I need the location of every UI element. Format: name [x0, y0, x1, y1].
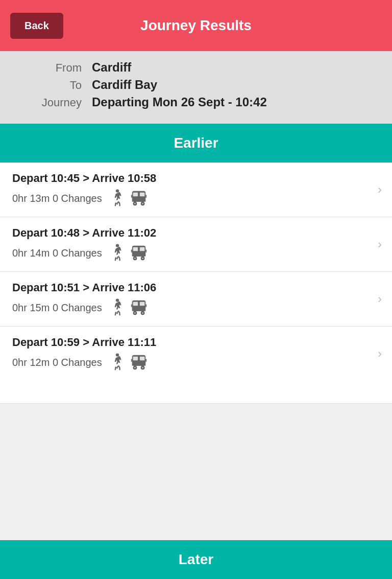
result-item[interactable]: Depart 10:45 > Arrive 10:58 0hr 13m 0 Ch… — [0, 163, 392, 217]
result-item[interactable]: Depart 10:59 > Arrive 11:11 0hr 12m 0 Ch… — [0, 327, 392, 381]
svg-rect-4 — [132, 200, 145, 202]
svg-rect-10 — [145, 195, 146, 198]
result-content: Depart 10:45 > Arrive 10:58 0hr 13m 0 Ch… — [12, 172, 373, 207]
svg-point-19 — [141, 258, 143, 260]
svg-rect-42 — [131, 359, 132, 362]
transport-icons — [110, 189, 147, 207]
earlier-button[interactable]: Earlier — [0, 124, 392, 163]
from-label: From — [15, 61, 82, 75]
walk-icon — [110, 353, 125, 372]
svg-rect-20 — [131, 249, 132, 252]
bus-icon — [131, 298, 147, 317]
svg-rect-15 — [132, 254, 145, 257]
result-title: Depart 10:59 > Arrive 11:11 — [12, 336, 373, 349]
svg-point-28 — [134, 312, 136, 314]
from-row: From Cardiff — [15, 60, 377, 75]
svg-rect-2 — [133, 193, 137, 197]
chevron-right-icon: › — [378, 292, 382, 306]
svg-rect-21 — [145, 249, 146, 252]
transport-icons — [110, 298, 147, 317]
bus-icon — [131, 189, 147, 207]
partial-result-item — [0, 381, 392, 404]
svg-point-39 — [134, 367, 136, 369]
bus-icon — [131, 244, 147, 262]
to-label: To — [15, 79, 82, 92]
walk-icon — [110, 189, 125, 207]
svg-point-11 — [116, 244, 119, 247]
result-duration: 0hr 13m 0 Changes — [12, 193, 102, 204]
result-duration: 0hr 12m 0 Changes — [12, 357, 102, 368]
journey-value: Departing Mon 26 Sept - 10:42 — [92, 95, 267, 109]
svg-point-0 — [116, 189, 119, 192]
header: Back Journey Results — [0, 0, 392, 51]
svg-rect-13 — [133, 247, 137, 251]
journey-label: Journey — [15, 96, 82, 109]
header-title: Journey Results — [140, 17, 252, 34]
to-row: To Cardiff Bay — [15, 78, 377, 92]
walk-icon — [110, 298, 125, 317]
result-item[interactable]: Depart 10:48 > Arrive 11:02 0hr 14m 0 Ch… — [0, 217, 392, 272]
later-button[interactable]: Later — [0, 540, 392, 579]
chevron-right-icon: › — [378, 346, 382, 361]
result-content: Depart 10:59 > Arrive 11:11 0hr 12m 0 Ch… — [12, 336, 373, 372]
result-details: 0hr 12m 0 Changes — [12, 353, 373, 372]
svg-point-17 — [134, 258, 136, 260]
back-button[interactable]: Back — [10, 13, 63, 39]
from-value: Cardiff — [92, 60, 131, 75]
result-content: Depart 10:51 > Arrive 11:06 0hr 15m 0 Ch… — [12, 281, 373, 317]
svg-point-6 — [134, 203, 136, 205]
results-list: Depart 10:45 > Arrive 10:58 0hr 13m 0 Ch… — [0, 163, 392, 381]
result-duration: 0hr 14m 0 Changes — [12, 247, 102, 259]
result-title: Depart 10:45 > Arrive 10:58 — [12, 172, 373, 185]
svg-rect-9 — [131, 195, 132, 198]
svg-point-30 — [141, 312, 143, 314]
result-title: Depart 10:51 > Arrive 11:06 — [12, 281, 373, 294]
transport-icons — [110, 244, 147, 262]
svg-point-8 — [141, 203, 143, 205]
result-item[interactable]: Depart 10:51 > Arrive 11:06 0hr 15m 0 Ch… — [0, 272, 392, 327]
result-details: 0hr 13m 0 Changes — [12, 189, 373, 207]
svg-rect-32 — [145, 304, 146, 307]
walk-icon — [110, 244, 125, 262]
transport-icons — [110, 353, 147, 372]
journey-row: Journey Departing Mon 26 Sept - 10:42 — [15, 95, 377, 109]
chevron-right-icon: › — [378, 237, 382, 251]
result-content: Depart 10:48 > Arrive 11:02 0hr 14m 0 Ch… — [12, 226, 373, 262]
svg-rect-35 — [133, 357, 137, 361]
result-duration: 0hr 15m 0 Changes — [12, 302, 102, 314]
chevron-right-icon: › — [378, 182, 382, 197]
svg-rect-26 — [132, 309, 145, 311]
svg-rect-37 — [132, 364, 145, 366]
svg-point-33 — [116, 353, 119, 356]
svg-rect-14 — [140, 247, 144, 251]
result-details: 0hr 15m 0 Changes — [12, 298, 373, 317]
svg-rect-3 — [140, 193, 144, 197]
journey-info: From Cardiff To Cardiff Bay Journey Depa… — [0, 51, 392, 124]
svg-point-22 — [116, 298, 119, 302]
svg-rect-36 — [140, 357, 144, 361]
svg-rect-25 — [140, 302, 144, 306]
bus-icon — [131, 353, 147, 372]
to-value: Cardiff Bay — [92, 78, 157, 92]
result-details: 0hr 14m 0 Changes — [12, 244, 373, 262]
svg-rect-24 — [133, 302, 137, 306]
svg-rect-43 — [145, 359, 146, 362]
result-title: Depart 10:48 > Arrive 11:02 — [12, 226, 373, 240]
svg-point-41 — [141, 367, 143, 369]
svg-rect-31 — [131, 304, 132, 307]
